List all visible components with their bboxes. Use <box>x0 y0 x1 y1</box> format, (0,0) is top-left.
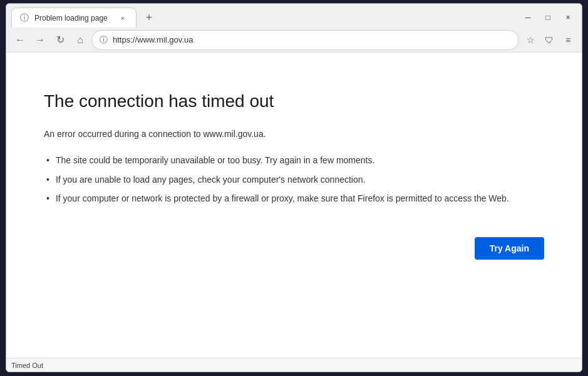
address-info-icon: ⓘ <box>100 34 108 46</box>
try-again-wrap: Try Again <box>44 231 544 260</box>
new-tab-button[interactable]: + <box>140 9 158 26</box>
browser-tab[interactable]: ⓘ Problem loading page × <box>11 8 137 28</box>
list-item: If you are unable to load any pages, che… <box>44 173 544 186</box>
address-bar[interactable]: ⓘ https://www.mil.gov.ua <box>91 30 519 50</box>
home-button[interactable]: ⌂ <box>71 31 89 49</box>
list-item: If your computer or network is protected… <box>44 191 544 205</box>
tab-close-button[interactable]: × <box>117 13 128 24</box>
error-title: The connection has timed out <box>44 90 544 113</box>
forward-button[interactable]: → <box>31 31 49 49</box>
reload-button[interactable]: ↻ <box>51 31 69 49</box>
address-text: https://www.mil.gov.ua <box>113 35 511 44</box>
status-text: Timed Out <box>11 362 43 369</box>
minimize-button[interactable]: ─ <box>519 9 537 26</box>
status-bar: Timed Out <box>6 358 582 372</box>
menu-button[interactable]: ≡ <box>559 31 577 49</box>
content-area: The connection has timed out An error oc… <box>6 53 582 358</box>
nav-bar: ← → ↻ ⌂ ⓘ https://www.mil.gov.ua ☆ 🛡 ≡ <box>6 28 582 53</box>
error-list: The site could be temporarily unavailabl… <box>44 153 544 205</box>
error-description: An error occurred during a connection to… <box>44 128 544 141</box>
pocket-button[interactable]: 🛡 <box>540 31 558 49</box>
maximize-button[interactable]: □ <box>539 9 557 26</box>
window-close-button[interactable]: × <box>559 9 577 26</box>
window-controls: ─ □ × <box>519 9 577 26</box>
back-button[interactable]: ← <box>11 31 29 49</box>
title-bar: ⓘ Problem loading page × + ─ □ × <box>6 4 582 28</box>
tab-error-icon: ⓘ <box>19 13 29 23</box>
bookmark-button[interactable]: ☆ <box>522 31 539 49</box>
list-item: The site could be temporarily unavailabl… <box>44 153 544 167</box>
try-again-button[interactable]: Try Again <box>475 237 544 260</box>
nav-icons-right: ☆ 🛡 ≡ <box>522 31 577 49</box>
tab-title: Problem loading page <box>34 14 112 23</box>
